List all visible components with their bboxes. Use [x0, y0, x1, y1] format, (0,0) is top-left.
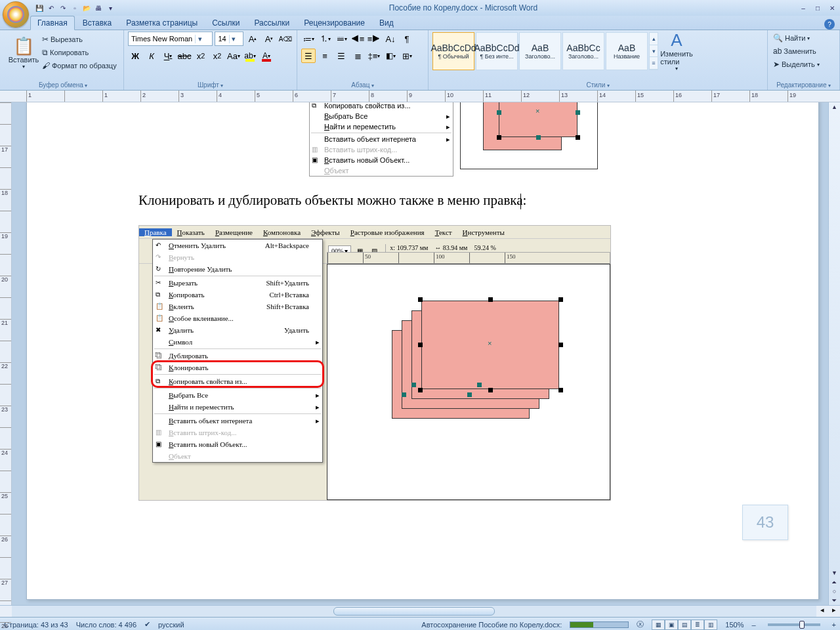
menu-item[interactable]: ▣Вставить новый Объект...	[310, 155, 453, 165]
open-icon[interactable]: 📂	[81, 3, 92, 13]
redo-icon[interactable]: ↷	[58, 3, 68, 13]
outline-icon[interactable]: ≣	[691, 620, 704, 630]
menu-item[interactable]: Выбрать Все▸	[153, 389, 322, 401]
italic-button[interactable]: К	[144, 49, 159, 63]
align-justify-button[interactable]: ≣	[350, 49, 365, 63]
align-center-button[interactable]: ≡	[318, 49, 332, 63]
tab-layout[interactable]: Разметка страницы	[119, 16, 204, 30]
save-icon[interactable]: 💾	[34, 3, 45, 13]
menu-item[interactable]: Найти и переместить▸	[310, 121, 453, 132]
menu-item[interactable]: ⿻Клонировать	[153, 362, 322, 373]
corel-menu[interactable]: Размещение	[210, 228, 258, 236]
font-color-button[interactable]: A▾	[259, 49, 274, 63]
maximize-icon[interactable]: □	[812, 3, 823, 13]
new-icon[interactable]: ▫	[70, 3, 80, 13]
print-layout-icon[interactable]: ▦	[652, 620, 665, 630]
scroll-down-icon[interactable]: ▼	[829, 568, 840, 578]
outdent-button[interactable]: ⯇≡	[350, 32, 365, 46]
print-icon[interactable]: 🖶	[93, 3, 104, 13]
subscript-button[interactable]: x2	[194, 49, 208, 63]
gallery-scroll[interactable]: ▴▾≡	[649, 32, 658, 70]
next-page-icon[interactable]: ⏷	[829, 596, 840, 605]
corel-menu[interactable]: Инструменты	[457, 228, 510, 236]
zoom-label[interactable]: 150%	[725, 621, 744, 629]
align-right-button[interactable]: ☰	[334, 49, 348, 63]
menu-item[interactable]: ⧉КопироватьCtrl+Вставка	[153, 289, 322, 301]
zoom-in-icon[interactable]: +	[832, 621, 836, 629]
menu-item[interactable]: 📋Особое вклеивание...	[153, 312, 322, 324]
tab-view[interactable]: Вид	[373, 16, 400, 30]
corel-menu[interactable]: Правка	[139, 228, 172, 236]
scrollbar-vertical[interactable]: ▲ ▼ ⏶ ○ ⏷	[828, 102, 840, 605]
strike-button[interactable]: abc	[177, 49, 192, 63]
view-buttons[interactable]: ▦ ▣ ▤ ≣ ▥	[652, 620, 717, 630]
highlight-button[interactable]: ab▾	[243, 49, 257, 63]
corel-menu[interactable]: Эффекты	[306, 228, 345, 236]
page-status[interactable]: Страница: 43 из 43	[4, 621, 68, 629]
menu-item[interactable]: ⧉Копировать свойства из...	[153, 375, 322, 387]
style-item[interactable]: AaBЗаголово...	[519, 32, 561, 70]
menu-item[interactable]: ✖УдалитьУдалить	[153, 324, 322, 336]
clear-format-button[interactable]: A⌫	[278, 32, 293, 46]
prev-page-icon[interactable]: ⏶	[829, 578, 840, 587]
superscript-button[interactable]: x2	[210, 49, 224, 63]
menu-item[interactable]: ↻Повторение Удалить	[153, 263, 322, 275]
paste-button[interactable]: 📋 Вставить ▾	[7, 32, 41, 75]
fullscreen-reading-icon[interactable]: ▣	[665, 620, 678, 630]
font-name-combo[interactable]: Times New Roman▾	[128, 32, 213, 46]
web-layout-icon[interactable]: ▤	[678, 620, 691, 630]
menu-item[interactable]: Вставить объект интернета▸	[310, 134, 453, 144]
undo-icon[interactable]: ↶	[46, 3, 56, 13]
close-icon[interactable]: ✕	[827, 3, 837, 13]
shrink-font-button[interactable]: A▾	[262, 32, 276, 46]
minimize-icon[interactable]: –	[798, 3, 808, 13]
menu-item[interactable]: Найти и переместить▸	[153, 401, 322, 413]
indent-button[interactable]: ≡⯈	[367, 32, 381, 46]
change-case-button[interactable]: Aa▾	[226, 49, 241, 63]
document-scroll[interactable]: ⧉Копировать свойства из...Выбрать Все▸На…	[12, 102, 828, 605]
menu-item[interactable]: ⧉Копировать свойства из...	[310, 102, 453, 111]
office-button[interactable]	[3, 1, 29, 28]
copy-button[interactable]: ⧉Копировать	[41, 46, 119, 59]
tab-review[interactable]: Рецензирование	[297, 16, 371, 30]
change-styles-button[interactable]: AИзменить стили▾	[660, 30, 694, 73]
select-button[interactable]: ➤Выделить▾	[772, 58, 835, 71]
h-track[interactable]	[12, 606, 816, 617]
cut-button[interactable]: ✂Вырезать	[41, 33, 119, 46]
shading-button[interactable]: ◧▾	[383, 49, 398, 63]
menu-item[interactable]: 📋ВклеитьShift+Вставка	[153, 301, 322, 312]
format-painter-button[interactable]: 🖌Формат по образцу	[41, 59, 119, 72]
scrollbar-horizontal[interactable]: ◂ ▸	[0, 605, 840, 617]
underline-button[interactable]: Ч▾	[161, 49, 175, 63]
align-left-button[interactable]: ☰	[301, 49, 316, 63]
find-button[interactable]: 🔍Найти▾	[772, 32, 835, 45]
cancel-autosave-icon[interactable]: ⓧ	[637, 620, 644, 629]
corel-menu[interactable]: Растровые изображения	[345, 228, 430, 236]
corel-menu[interactable]: Текст	[430, 228, 457, 236]
page[interactable]: ⧉Копировать свойства из...Выбрать Все▸На…	[26, 102, 819, 600]
help-icon[interactable]: ?	[824, 19, 835, 30]
style-item[interactable]: AaBbCcDd¶ Без инте...	[476, 32, 518, 70]
h-thumb[interactable]	[333, 607, 494, 616]
word-count[interactable]: Число слов: 4 496	[76, 621, 136, 629]
ruler-horizontal[interactable]: 112345678910111213141516171819	[0, 91, 840, 102]
replace-button[interactable]: abЗаменить	[772, 45, 835, 58]
showmarks-button[interactable]: ¶	[400, 32, 414, 46]
menu-item[interactable]: Выбрать Все▸	[310, 111, 453, 121]
bold-button[interactable]: Ж	[128, 49, 142, 63]
browse-object-icon[interactable]: ○	[829, 587, 840, 596]
tab-mailings[interactable]: Рассылки	[247, 16, 296, 30]
menu-item[interactable]: Вставить объект интернета▸	[153, 415, 322, 427]
spellcheck-icon[interactable]: ✔	[144, 620, 150, 629]
zoom-slider[interactable]	[768, 623, 820, 626]
corel-menu[interactable]: Компоновка	[258, 228, 306, 236]
style-item[interactable]: AaBbCcDd¶ Обычный	[432, 32, 474, 70]
borders-button[interactable]: ⊞▾	[400, 49, 414, 63]
menu-item[interactable]: Символ▸	[153, 336, 322, 348]
ruler-vertical[interactable]: 171819202122232425262728	[0, 102, 12, 605]
zoom-out-icon[interactable]: –	[751, 621, 755, 629]
menu-item[interactable]: ✂ВырезатьShift+Удалить	[153, 277, 322, 289]
tab-references[interactable]: Ссылки	[205, 16, 246, 30]
menu-item[interactable]: ⿻Дублировать	[153, 350, 322, 362]
corel-menu[interactable]: Показать	[172, 228, 210, 236]
